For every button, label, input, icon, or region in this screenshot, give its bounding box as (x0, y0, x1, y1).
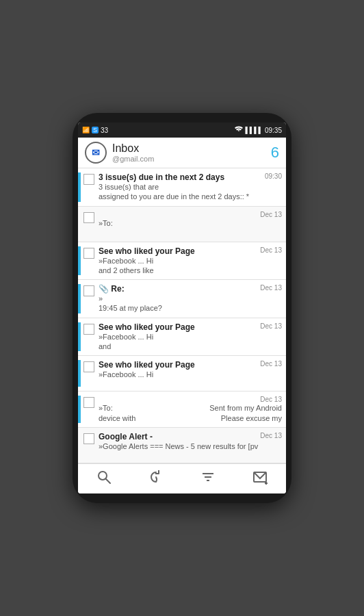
email-preview: »Facebook ... Hi (99, 332, 282, 342)
unread-indicator (78, 172, 81, 202)
list-item[interactable]: 3 issue(s) due in the next 2 days 09:30 … (78, 168, 286, 207)
email-sender: See who liked your Page (99, 322, 257, 332)
search-button[interactable] (89, 464, 119, 494)
status-bar: 📶 S 33 ▌▌▌▌ 09:35 (78, 123, 286, 138)
filter-icon (200, 470, 216, 488)
app-header: ✉ Inbox @gmail.com 6 (78, 138, 286, 168)
refresh-icon (148, 470, 164, 488)
email-content: Dec 13 »To: (99, 211, 282, 228)
email-preview2: and 2 others like (99, 266, 282, 275)
email-sender: Google Alert - (99, 432, 257, 441)
email-preview2: and (99, 342, 282, 351)
filter-button[interactable] (193, 464, 223, 494)
unread-indicator (78, 211, 81, 238)
email-content: See who liked your Page Dec 13 »Facebook… (99, 322, 282, 352)
email-time: Dec 13 (260, 432, 282, 439)
email-preview: »Facebook ... Hi (99, 256, 282, 266)
svg-line-1 (106, 479, 110, 483)
select-checkbox[interactable] (83, 324, 94, 335)
email-time: Dec 13 (260, 284, 282, 292)
unread-indicator (78, 360, 81, 387)
select-checkbox[interactable] (83, 248, 94, 259)
header-text: Inbox @gmail.com (112, 142, 271, 163)
email-preview2: device with Please excuse my (99, 413, 282, 423)
select-checkbox[interactable] (83, 433, 94, 444)
email-preview: »To: (99, 218, 282, 228)
preview2-right: Please excuse my (221, 413, 282, 423)
select-checkbox[interactable] (83, 212, 94, 223)
select-checkbox[interactable] (83, 361, 94, 372)
email-content: See who liked your Page Dec 13 »Facebook… (99, 246, 282, 276)
phone-shell: 📶 S 33 ▌▌▌▌ 09:35 ✉ Inbox @gmail.com 6 (73, 113, 291, 503)
unread-indicator (78, 246, 81, 276)
list-item[interactable]: See who liked your Page Dec 13 »Facebook… (78, 318, 286, 357)
list-item[interactable]: Dec 13 »To: Sent from my Android device … (78, 392, 286, 428)
email-content: See who liked your Page Dec 13 »Facebook… (99, 360, 282, 379)
refresh-button[interactable] (141, 464, 171, 494)
email-row: Dec 13 (99, 211, 282, 218)
select-checkbox[interactable] (83, 397, 94, 408)
email-content: 📎 Re: Dec 13 » 19:45 at my place? (99, 284, 282, 313)
email-time: Dec 13 (260, 396, 282, 403)
list-item[interactable]: See who liked your Page Dec 13 »Facebook… (78, 356, 286, 392)
signal-icon: 📶 (82, 127, 90, 133)
unread-count: 6 (271, 144, 279, 162)
email-content: Google Alert - Dec 13 »Google Alerts ===… (99, 432, 282, 451)
email-content: 3 issue(s) due in the next 2 days 09:30 … (99, 172, 282, 202)
email-row: Dec 13 (99, 396, 282, 403)
notification-count: 33 (101, 127, 108, 134)
unread-indicator (78, 322, 81, 352)
svg-point-0 (99, 472, 107, 480)
select-checkbox[interactable] (83, 285, 94, 296)
email-sender: 📎 Re: (99, 284, 257, 294)
preview-left: »To: (99, 403, 113, 413)
email-row: See who liked your Page Dec 13 (99, 246, 282, 256)
email-list[interactable]: 3 issue(s) due in the next 2 days 09:30 … (78, 168, 286, 463)
email-time: Dec 13 (260, 211, 282, 218)
email-time: 09:30 (265, 172, 282, 180)
clock: 09:35 (265, 127, 282, 134)
compose-button[interactable] (245, 464, 275, 494)
list-item[interactable]: Dec 13 »To: (78, 207, 286, 242)
attachment-icon: 📎 (99, 284, 109, 294)
bottom-nav (78, 463, 286, 493)
email-content: Dec 13 »To: Sent from my Android device … (99, 396, 282, 423)
inbox-title: Inbox (112, 142, 271, 155)
compose-icon (252, 470, 268, 488)
preview-right: Sent from my Android (209, 403, 282, 413)
email-time: Dec 13 (260, 246, 282, 254)
email-row: See who liked your Page Dec 13 (99, 360, 282, 370)
search-icon (96, 470, 112, 488)
email-row: 📎 Re: Dec 13 (99, 284, 282, 294)
app-logo: ✉ (85, 142, 107, 164)
unread-indicator (78, 432, 81, 459)
list-item[interactable]: 📎 Re: Dec 13 » 19:45 at my place? (78, 280, 286, 318)
email-preview: »Facebook ... Hi (99, 370, 282, 379)
unread-indicator (78, 284, 81, 313)
preview2-left: device with (99, 413, 135, 423)
list-item[interactable]: Google Alert - Dec 13 »Google Alerts ===… (78, 428, 286, 463)
unread-indicator (78, 396, 81, 423)
s-icon: S (92, 127, 99, 133)
email-sender: 3 issue(s) due in the next 2 days (99, 172, 262, 182)
email-preview2: assigned to you are due in the next 2 da… (99, 192, 282, 201)
email-sender: See who liked your Page (99, 246, 257, 256)
cell-signal-icon: ▌▌▌▌ (245, 127, 263, 133)
status-bar-left: 📶 S 33 (82, 127, 108, 134)
account-email: @gmail.com (112, 155, 271, 163)
email-row: See who liked your Page Dec 13 (99, 322, 282, 332)
email-row: 3 issue(s) due in the next 2 days 09:30 (99, 172, 282, 182)
wifi-icon (235, 126, 243, 134)
select-checkbox[interactable] (83, 174, 94, 185)
email-row: Google Alert - Dec 13 (99, 432, 282, 441)
email-preview: »To: Sent from my Android (99, 403, 282, 413)
email-preview2: 19:45 at my place? (99, 303, 282, 313)
status-bar-right: ▌▌▌▌ 09:35 (235, 126, 282, 134)
email-preview: 3 issue(s) that are (99, 182, 282, 192)
list-item[interactable]: See who liked your Page Dec 13 »Facebook… (78, 242, 286, 281)
email-time: Dec 13 (260, 360, 282, 368)
email-sender: See who liked your Page (99, 360, 257, 370)
email-preview: »Google Alerts === News - 5 new results … (99, 441, 282, 451)
email-preview: » (99, 294, 282, 303)
phone-screen: 📶 S 33 ▌▌▌▌ 09:35 ✉ Inbox @gmail.com 6 (78, 123, 286, 493)
